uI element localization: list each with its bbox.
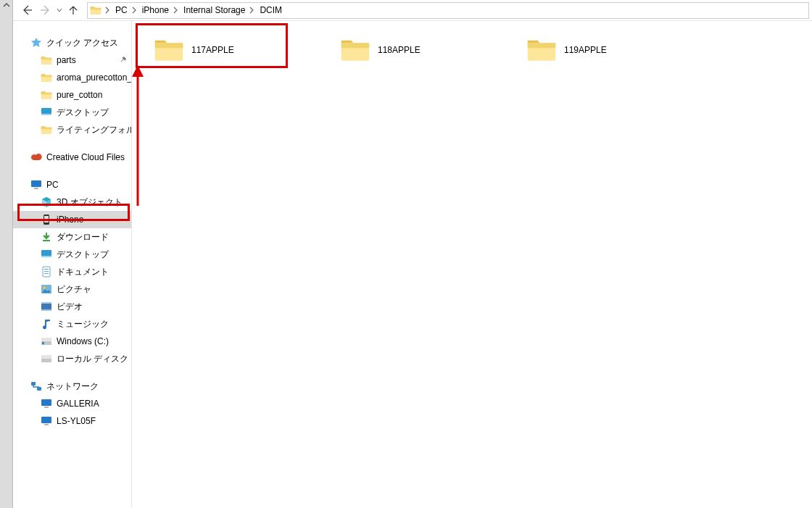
network-icon (30, 380, 42, 392)
monitor-icon (41, 415, 52, 427)
sidebar-item-videos[interactable]: ビデオ (13, 298, 131, 315)
chevron-right-icon[interactable] (248, 7, 257, 14)
nav-history-dropdown[interactable] (55, 1, 64, 20)
pin-icon (120, 56, 127, 64)
sidebar-item-drive-d[interactable]: ローカル ディスク (D:) (13, 350, 131, 367)
svg-rect-20 (44, 269, 49, 270)
folder-tile[interactable]: 119APPLE (519, 30, 614, 70)
sidebar-item-label: LS-YL05F (57, 416, 96, 426)
breadcrumb-label: PC (115, 5, 128, 15)
breadcrumb-segment[interactable]: DCIM (257, 3, 285, 18)
desktop-icon (41, 107, 52, 118)
sidebar-item-label: ネットワーク (46, 380, 99, 393)
folder-icon (41, 124, 52, 136)
sidebar-item-folder[interactable]: pure_cotton (13, 86, 131, 104)
sidebar-item-network-computer[interactable]: GALLERIA (13, 395, 131, 412)
folder-icon (88, 3, 104, 18)
svg-rect-36 (44, 407, 49, 408)
folder-icon (154, 36, 184, 64)
address-bar: PC iPhone Internal Storage DCIM (13, 0, 812, 21)
sidebar-item-creative-cloud[interactable]: Creative Cloud Files (13, 149, 131, 166)
sidebar-item-label: Windows (C:) (57, 336, 109, 346)
breadcrumb-bar[interactable]: PC iPhone Internal Storage DCIM (87, 2, 809, 19)
svg-rect-40 (155, 43, 183, 48)
folder-label: 118APPLE (378, 45, 420, 55)
svg-rect-26 (41, 302, 51, 304)
sidebar-item-label: PC (46, 180, 59, 190)
folder-content-area[interactable]: 117APPLE 118APPLE 119APPLE (132, 21, 812, 508)
videos-icon (41, 301, 52, 312)
svg-rect-3 (41, 58, 52, 60)
sidebar-item-folder[interactable]: ライティングフォルダ (13, 121, 131, 138)
svg-rect-18 (41, 250, 51, 256)
svg-rect-31 (41, 355, 51, 359)
sidebar-item-label: ライティングフォルダ (57, 124, 132, 136)
folder-tile[interactable]: 118APPLE (333, 30, 428, 70)
nav-back-button[interactable] (17, 1, 36, 20)
pictures-icon (41, 283, 52, 295)
desktop-icon (41, 249, 52, 260)
svg-rect-33 (31, 382, 36, 386)
sidebar-item-label: GALLERIA (57, 399, 99, 409)
svg-rect-28 (41, 338, 51, 341)
sidebar-item-folder[interactable]: aroma_purecotton_ (13, 69, 131, 86)
svg-rect-35 (41, 399, 51, 406)
chevron-right-icon[interactable] (104, 7, 112, 14)
sidebar-item-label: ドキュメント (57, 266, 109, 278)
sidebar-item-desktop[interactable]: デスクトップ (13, 104, 131, 121)
breadcrumb-label: iPhone (142, 5, 169, 15)
music-icon (41, 318, 52, 330)
svg-rect-32 (41, 359, 51, 362)
breadcrumb-segment[interactable]: iPhone (139, 3, 172, 18)
svg-marker-46 (132, 65, 144, 77)
sidebar-item-network[interactable]: ネットワーク (13, 378, 131, 395)
external-scrollbar-strip (0, 0, 12, 508)
folder-tile[interactable]: 117APPLE (146, 30, 241, 70)
sidebar-item-iphone[interactable]: iPhone (13, 211, 131, 228)
breadcrumb-segment[interactable]: PC (112, 3, 130, 18)
sidebar-item-label: デスクトップ (57, 107, 109, 119)
creative-cloud-icon (30, 151, 42, 163)
svg-rect-42 (341, 43, 370, 48)
sidebar-item-3d-objects[interactable]: 3D オブジェクト (13, 193, 131, 211)
sidebar-item-network-computer[interactable]: LS-YL05F (13, 412, 131, 430)
sidebar-item-pictures[interactable]: ピクチャ (13, 280, 131, 298)
sidebar-item-pc[interactable]: PC (13, 176, 131, 193)
svg-rect-37 (41, 417, 51, 423)
breadcrumb-segment[interactable]: Internal Storage (181, 3, 248, 18)
sidebar-item-desktop[interactable]: デスクトップ (13, 246, 131, 263)
nav-up-button[interactable] (64, 1, 83, 20)
breadcrumb-label: DCIM (260, 5, 282, 15)
monitor-icon (30, 179, 42, 191)
sidebar-quick-access[interactable]: クイック アクセス (13, 34, 131, 51)
sidebar-item-label: ダウンロード (57, 231, 109, 243)
sidebar-item-label: ローカル ディスク (D:) (57, 353, 132, 365)
sidebar-item-drive-c[interactable]: Windows (C:) (13, 333, 131, 350)
svg-rect-38 (44, 424, 49, 425)
monitor-icon (41, 398, 52, 409)
folder-icon (41, 89, 52, 101)
sidebar-item-music[interactable]: ミュージック (13, 315, 131, 333)
svg-rect-21 (44, 271, 49, 272)
sidebar-item-label: aroma_purecotton_ (57, 72, 132, 83)
svg-rect-11 (41, 128, 52, 130)
nav-forward-button[interactable] (36, 1, 55, 20)
svg-rect-5 (41, 75, 52, 78)
chevron-right-icon[interactable] (172, 7, 181, 14)
cube-icon (41, 196, 52, 208)
sidebar-item-documents[interactable]: ドキュメント (13, 263, 131, 280)
sidebar-item-label: ビデオ (57, 301, 83, 313)
folder-icon (41, 54, 52, 66)
sidebar-item-label: Creative Cloud Files (46, 152, 125, 162)
sidebar-item-label: pure_cotton (57, 90, 102, 100)
download-icon (41, 231, 52, 243)
file-explorer-window: PC iPhone Internal Storage DCIM クイック アクセ… (12, 0, 812, 508)
svg-rect-7 (41, 93, 52, 95)
sidebar-item-downloads[interactable]: ダウンロード (13, 228, 131, 246)
sidebar-item-folder[interactable]: parts (13, 51, 131, 69)
annotation-arrow (130, 46, 152, 213)
drive-icon (41, 336, 52, 347)
folder-label: 117APPLE (191, 45, 234, 55)
svg-rect-22 (44, 273, 49, 274)
chevron-right-icon[interactable] (130, 7, 139, 14)
